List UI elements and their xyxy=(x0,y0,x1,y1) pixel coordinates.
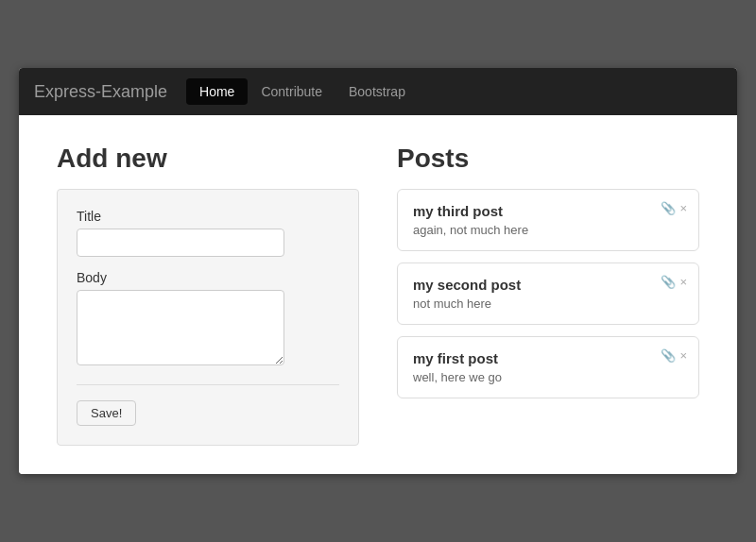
nav-links: Home Contribute Bootstrap xyxy=(186,78,419,105)
title-input[interactable] xyxy=(77,229,284,257)
post-body-0: again, not much here xyxy=(413,223,683,237)
nav-link-contribute[interactable]: Contribute xyxy=(248,78,335,105)
add-new-title: Add new xyxy=(57,144,359,174)
post-title-0: my third post xyxy=(413,203,683,219)
app-window: Express-Example Home Contribute Bootstra… xyxy=(19,68,737,474)
body-field-group: Body xyxy=(77,270,339,369)
delete-icon-2[interactable]: × xyxy=(679,348,687,363)
save-button[interactable]: Save! xyxy=(77,400,136,426)
post-body-2: well, here we go xyxy=(413,370,683,384)
navbar-brand[interactable]: Express-Example xyxy=(34,82,167,102)
nav-link-bootstrap[interactable]: Bootstrap xyxy=(335,78,419,105)
edit-icon-2[interactable]: 📎 xyxy=(661,348,676,363)
post-card-1: 📎 × my second post not much here xyxy=(397,263,699,325)
edit-icon-0[interactable]: 📎 xyxy=(661,201,676,215)
navbar: Express-Example Home Contribute Bootstra… xyxy=(19,68,737,115)
edit-icon-1[interactable]: 📎 xyxy=(661,275,676,289)
post-body-1: not much here xyxy=(413,296,683,311)
post-title-2: my first post xyxy=(413,350,683,366)
body-textarea[interactable] xyxy=(77,290,284,365)
form-divider xyxy=(77,384,339,385)
post-card-2: 📎 × my first post well, here we go xyxy=(397,336,699,398)
delete-icon-1[interactable]: × xyxy=(679,275,687,289)
nav-link-home[interactable]: Home xyxy=(186,78,248,105)
posts-section: Posts 📎 × my third post again, not much … xyxy=(397,144,699,446)
posts-list: 📎 × my third post again, not much here 📎… xyxy=(397,189,699,398)
post-actions-1: 📎 × xyxy=(661,275,687,289)
title-label: Title xyxy=(77,209,339,224)
post-card-0: 📎 × my third post again, not much here xyxy=(397,189,699,251)
post-actions-0: 📎 × xyxy=(661,201,687,215)
form-panel: Title Body Save! xyxy=(57,189,359,446)
add-new-section: Add new Title Body Save! xyxy=(57,144,359,446)
delete-icon-0[interactable]: × xyxy=(679,201,687,215)
post-title-1: my second post xyxy=(413,277,683,293)
title-field-group: Title xyxy=(77,209,339,257)
body-label: Body xyxy=(77,270,339,285)
post-actions-2: 📎 × xyxy=(661,348,687,363)
main-content: Add new Title Body Save! Posts xyxy=(19,115,737,474)
posts-title: Posts xyxy=(397,144,699,174)
